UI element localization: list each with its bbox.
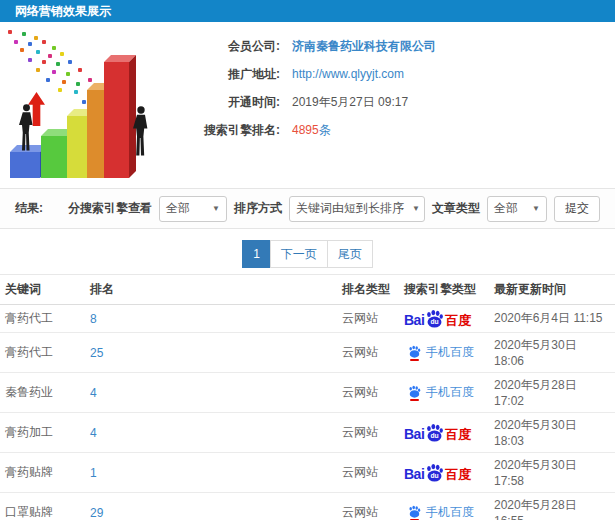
keyword-cell: 秦鲁药业	[0, 373, 85, 413]
baidu-paw-icon: du	[425, 309, 444, 328]
open-time-value: 2019年5月27日 09:17	[292, 94, 408, 111]
baidu-pc-logo[interactable]: Bai du 百度	[404, 463, 471, 481]
field-company: 会员公司: 济南秦鲁药业科技有限公司	[178, 32, 615, 60]
engine-type-cell: Bai du 百度	[399, 453, 489, 493]
col-header-keyword: 关键词	[0, 275, 85, 305]
article-type-value: 全部	[494, 200, 518, 217]
rank-link[interactable]: 8	[90, 312, 97, 326]
field-rank-count: 搜索引擎排名: 4895条	[178, 116, 615, 144]
rank-count-unit-link[interactable]: 条	[319, 123, 331, 137]
col-header-rank-type: 排名类型	[337, 275, 399, 305]
baidu-paw-icon	[408, 345, 421, 361]
sort-select[interactable]: 关键词由短到长排序 ▼	[289, 196, 425, 222]
company-link[interactable]: 济南秦鲁药业科技有限公司	[292, 39, 436, 53]
rank-link[interactable]: 4	[90, 386, 97, 400]
updated-time-cell: 2020年5月28日 17:02	[489, 373, 615, 413]
baidu-pc-logo[interactable]: Bai du 百度	[404, 309, 471, 327]
rank-type-cell: 云网站	[337, 305, 399, 333]
rank-link[interactable]: 29	[90, 506, 103, 520]
table-row: 口罩贴牌 29 云网站 手机百度 2020年5月28日 16:55	[0, 493, 615, 520]
promotion-url-link[interactable]: http://www.qlyyjt.com	[292, 67, 404, 81]
updated-time-cell: 2020年5月30日 18:03	[489, 413, 615, 453]
engine-filter-select[interactable]: 全部 ▼	[159, 196, 227, 222]
baidu-pc-logo[interactable]: Bai du 百度	[404, 423, 471, 441]
baidu-red-underline	[410, 399, 419, 401]
member-info-section: 会员公司: 济南秦鲁药业科技有限公司 推广地址: http://www.qlyy…	[0, 22, 615, 188]
table-row: 膏药加工 4 云网站 Bai du 百度 2020年5月30日 18:03	[0, 413, 615, 453]
rank-type-cell: 云网站	[337, 373, 399, 413]
results-table: 关键词 排名 排名类型 搜索引擎类型 最新更新时间 膏药代工 8 云网站 Bai…	[0, 274, 615, 520]
baidu-mobile-logo[interactable]: 手机百度	[408, 384, 474, 401]
keyword-cell: 膏药代工	[0, 305, 85, 333]
submit-button[interactable]: 提交	[554, 196, 600, 222]
businessman-figure-left	[19, 104, 34, 152]
rank-type-cell: 云网站	[337, 333, 399, 373]
baidu-paw-icon: du	[425, 463, 444, 482]
company-label: 会员公司:	[178, 38, 280, 55]
baidu-mobile-logo[interactable]: 手机百度	[408, 504, 474, 520]
svg-text:du: du	[431, 432, 439, 439]
table-row: 膏药代工 25 云网站 手机百度 2020年5月30日 18:06	[0, 333, 615, 373]
field-open-time: 开通时间: 2019年5月27日 09:17	[178, 88, 615, 116]
keyword-cell: 膏药加工	[0, 413, 85, 453]
open-time-label: 开通时间:	[178, 94, 280, 111]
col-header-engine-type: 搜索引擎类型	[399, 275, 489, 305]
engine-type-cell: 手机百度	[399, 493, 489, 520]
keyword-cell: 口罩贴牌	[0, 493, 85, 520]
illustration-bar-blue	[10, 152, 40, 178]
table-row: 秦鲁药业 4 云网站 手机百度 2020年5月28日 17:02	[0, 373, 615, 413]
keyword-cell: 膏药代工	[0, 333, 85, 373]
updated-time-cell: 2020年5月28日 16:55	[489, 493, 615, 520]
baidu-paw-icon	[408, 385, 421, 401]
pagination: 1 下一页 尾页	[0, 229, 615, 274]
table-body: 膏药代工 8 云网站 Bai du 百度 2020年6月4日 11:15 膏药代…	[0, 305, 615, 520]
svg-text:du: du	[431, 318, 439, 325]
svg-text:du: du	[431, 472, 439, 479]
chevron-down-icon: ▼	[204, 204, 220, 213]
chevron-down-icon: ▼	[404, 204, 420, 213]
title-bar: 网络营销效果展示	[0, 0, 615, 22]
rank-link[interactable]: 4	[90, 426, 97, 440]
illustration-bar-green	[41, 136, 70, 178]
table-header-row: 关键词 排名 排名类型 搜索引擎类型 最新更新时间	[0, 275, 615, 305]
baidu-paw-icon: du	[425, 423, 444, 442]
baidu-mobile-logo[interactable]: 手机百度	[408, 344, 474, 361]
updated-time-cell: 2020年6月4日 11:15	[489, 305, 615, 333]
page-title: 网络营销效果展示	[15, 3, 111, 20]
confetti-decoration	[8, 30, 12, 34]
illustration-bar-red	[104, 62, 129, 178]
article-type-select[interactable]: 全部 ▼	[487, 196, 547, 222]
rank-count-value: 4895	[292, 123, 319, 137]
rank-link[interactable]: 25	[90, 346, 103, 360]
result-label: 结果:	[15, 200, 43, 217]
member-fields: 会员公司: 济南秦鲁药业科技有限公司 推广地址: http://www.qlyy…	[178, 22, 615, 144]
pagination-page-1[interactable]: 1	[242, 240, 271, 268]
engine-filter-value: 全部	[166, 200, 190, 217]
table-row: 膏药贴牌 1 云网站 Bai du 百度 2020年5月30日 17:58	[0, 453, 615, 493]
baidu-paw-icon	[408, 505, 421, 520]
engine-filter-label: 分搜索引擎查看	[68, 200, 152, 217]
engine-type-cell: 手机百度	[399, 373, 489, 413]
chevron-down-icon: ▼	[524, 204, 540, 213]
filter-bar: 结果: 分搜索引擎查看 全部 ▼ 排序方式 关键词由短到长排序 ▼ 文章类型 全…	[0, 188, 615, 229]
table-row: 膏药代工 8 云网站 Bai du 百度 2020年6月4日 11:15	[0, 305, 615, 333]
updated-time-cell: 2020年5月30日 17:58	[489, 453, 615, 493]
filter-controls: 分搜索引擎查看 全部 ▼ 排序方式 关键词由短到长排序 ▼ 文章类型 全部 ▼ …	[68, 196, 600, 222]
keyword-cell: 膏药贴牌	[0, 453, 85, 493]
article-type-label: 文章类型	[432, 200, 480, 217]
updated-time-cell: 2020年5月30日 18:06	[489, 333, 615, 373]
sort-value: 关键词由短到长排序	[296, 200, 404, 217]
field-url: 推广地址: http://www.qlyyjt.com	[178, 60, 615, 88]
rank-type-cell: 云网站	[337, 453, 399, 493]
baidu-red-underline	[410, 359, 419, 361]
rank-type-cell: 云网站	[337, 493, 399, 520]
engine-type-cell: Bai du 百度	[399, 305, 489, 333]
col-header-rank: 排名	[85, 275, 337, 305]
engine-type-cell: Bai du 百度	[399, 413, 489, 453]
engine-type-cell: 手机百度	[399, 333, 489, 373]
pagination-last[interactable]: 尾页	[327, 240, 373, 268]
rank-link[interactable]: 1	[90, 466, 97, 480]
pagination-next[interactable]: 下一页	[270, 240, 328, 268]
businessman-figure-right	[133, 106, 149, 188]
bar-chart-illustration	[0, 26, 170, 186]
